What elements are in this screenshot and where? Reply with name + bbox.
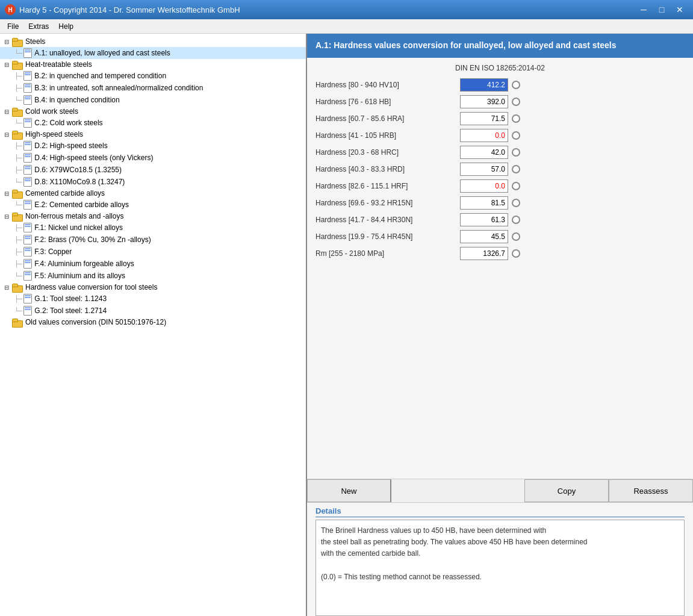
- hardness-radio[interactable]: [512, 165, 520, 173]
- tree-item-d6[interactable]: ├─ D.6: X79WCo18.5 (1.3255): [0, 164, 306, 176]
- reassess-button[interactable]: Reassess: [609, 479, 693, 502]
- doc-icon-f5: [23, 271, 32, 281]
- hardness-input[interactable]: [460, 112, 508, 125]
- hardness-input[interactable]: [460, 179, 508, 193]
- hardness-input[interactable]: [460, 213, 508, 226]
- tree-item-oldvalues[interactable]: Old values conversion (DIN 50150:1976-12…: [0, 317, 306, 328]
- menu-extras[interactable]: Extras: [23, 21, 54, 32]
- hardness-radio[interactable]: [512, 216, 520, 224]
- hardness-radio[interactable]: [512, 182, 520, 190]
- hardness-radio[interactable]: [512, 148, 520, 157]
- hardness-radio[interactable]: [512, 114, 520, 123]
- tree-item-g2[interactable]: └─ G.2: Tool steel: 1.2714: [0, 305, 306, 317]
- hardness-row: Hardness [41.7 - 84.4 HR30N]: [315, 213, 685, 226]
- standard-label: DIN EN ISO 18265:2014-02: [315, 64, 685, 72]
- tree-item-steels[interactable]: ⊟ Steels: [0, 36, 306, 47]
- tree-label-coldwork: Cold work steels: [25, 107, 78, 116]
- doc-icon-d6: [23, 165, 32, 175]
- hardness-radio[interactable]: [512, 199, 520, 207]
- hardness-radio[interactable]: [512, 232, 520, 241]
- tree-label-heattreatable: Heat-treatable steels: [25, 60, 92, 69]
- new-button[interactable]: New: [307, 479, 391, 502]
- doc-icon-g1: [23, 294, 32, 303]
- details-title: Details: [315, 506, 685, 517]
- close-button[interactable]: ✕: [671, 3, 688, 16]
- hardness-input[interactable]: [460, 129, 508, 142]
- tree-item-g1[interactable]: ├─ G.1: Tool steel: 1.1243: [0, 293, 306, 305]
- doc-icon-f3: [23, 247, 32, 257]
- menu-help[interactable]: Help: [54, 21, 78, 32]
- folder-icon-toolsteels: [12, 283, 23, 291]
- tree-item-d8[interactable]: └─ D.8: X110MoCo9.8 (1.3247): [0, 176, 306, 188]
- connector-f3: ├─: [14, 248, 22, 256]
- tree-item-f3[interactable]: ├─ F.3: Copper: [0, 246, 306, 258]
- hardness-label: Hardness [41 - 105 HRB]: [315, 131, 460, 140]
- tree-item-nonferrous[interactable]: ⊟ Non-ferrous metals and -alloys: [0, 211, 306, 222]
- hardness-input[interactable]: [460, 95, 508, 108]
- folder-icon-cemented: [12, 189, 23, 198]
- hardness-input[interactable]: [460, 230, 508, 243]
- tree-item-b2[interactable]: ├─ B.2: in quenched and tempered conditi…: [0, 70, 306, 82]
- tree-item-cemented[interactable]: ⊟ Cemented carbide alloys: [0, 188, 306, 199]
- tree-item-d2[interactable]: ├─ D.2: High-speed steels: [0, 140, 306, 152]
- maximize-button[interactable]: □: [653, 3, 670, 16]
- doc-icon-b3: [23, 83, 32, 93]
- tree-item-highspeed[interactable]: ⊟ High-speed steels: [0, 129, 306, 140]
- hardness-input[interactable]: [460, 163, 508, 176]
- right-panel: A.1: Hardness values conversion for unal…: [307, 34, 693, 616]
- tree-item-toolsteels[interactable]: ⊟ Hardness value conversion for tool ste…: [0, 282, 306, 293]
- tree-item-b4[interactable]: └─ B.4: in quenched condition: [0, 94, 306, 106]
- tree-item-b3[interactable]: ├─ B.3: in untreated, soft annealed/norm…: [0, 82, 306, 94]
- hardness-input[interactable]: [460, 146, 508, 159]
- hardness-label: Hardness [41.7 - 84.4 HR30N]: [315, 216, 460, 224]
- hardness-radio[interactable]: [512, 81, 520, 89]
- tree-label-f1: F.1: Nickel und nickel alloys: [34, 223, 123, 232]
- doc-icon-d2: [23, 141, 32, 151]
- tree-item-f5[interactable]: └─ F.5: Aluminium and its alloys: [0, 270, 306, 282]
- connector-b4: └─: [14, 96, 22, 104]
- hardness-row: Hardness [60.7 - 85.6 HRA]: [315, 112, 685, 125]
- window-title: Hardy 5 - Copyright 2014 - Dr. Sommer We…: [19, 5, 240, 14]
- connector-g2: └─: [14, 307, 22, 315]
- doc-icon-f2: [23, 235, 32, 244]
- minimize-button[interactable]: ─: [635, 3, 652, 16]
- hardness-label: Hardness [69.6 - 93.2 HR15N]: [315, 199, 460, 207]
- connector-d6: ├─: [14, 166, 22, 174]
- tree-item-d4[interactable]: ├─ D.4: High-speed steels (only Vickers): [0, 152, 306, 164]
- tree-label-d6: D.6: X79WCo18.5 (1.3255): [34, 166, 122, 174]
- hardness-input[interactable]: [460, 247, 508, 260]
- folder-icon-coldwork: [12, 107, 23, 116]
- details-text: The Brinell Hardness values up to 450 HB…: [315, 520, 685, 616]
- connector-f1: ├─: [14, 224, 22, 232]
- connector-g1: ├─: [14, 295, 22, 303]
- tree-item-heattreatable[interactable]: ⊟ Heat-treatable steels: [0, 59, 306, 70]
- menu-file[interactable]: File: [2, 21, 23, 32]
- tree-item-e2[interactable]: └─ E.2: Cemented carbide alloys: [0, 199, 306, 211]
- tree-label-f5: F.5: Aluminium and its alloys: [34, 272, 125, 280]
- copy-button[interactable]: Copy: [524, 479, 609, 502]
- doc-icon-d8: [23, 177, 32, 187]
- tree-item-a1[interactable]: └─ A.1: unalloyed, low alloyed and cast …: [0, 47, 306, 59]
- tree-item-c2[interactable]: └─ C.2: Cold work steels: [0, 117, 306, 129]
- tree-label-d2: D.2: High-speed steels: [34, 142, 107, 150]
- hardness-radio[interactable]: [512, 249, 520, 258]
- folder-icon-heattreatable: [12, 60, 23, 69]
- tree-item-coldwork[interactable]: ⊟ Cold work steels: [0, 106, 306, 117]
- tree-label-nonferrous: Non-ferrous metals and -alloys: [25, 212, 123, 220]
- tree-item-f4[interactable]: ├─ F.4: Aluminium forgeable alloys: [0, 258, 306, 270]
- connector-d4: ├─: [14, 154, 22, 162]
- tree-item-f1[interactable]: ├─ F.1: Nickel und nickel alloys: [0, 222, 306, 234]
- expand-icon-toolsteels: ⊟: [2, 283, 11, 291]
- connector-d2: ├─: [14, 142, 22, 150]
- tree-item-f2[interactable]: ├─ F.2: Brass (70% Cu, 30% Zn -alloys): [0, 234, 306, 246]
- tree-label-f3: F.3: Copper: [34, 247, 72, 256]
- expand-icon-steels: ⊟: [2, 37, 11, 46]
- hardness-input[interactable]: [460, 196, 508, 210]
- menu-bar: File Extras Help: [0, 19, 693, 34]
- expand-icon-nonferrous: ⊟: [2, 212, 11, 220]
- hardness-radio[interactable]: [512, 98, 520, 106]
- hardness-input[interactable]: [460, 78, 508, 92]
- expand-icon-cemented: ⊟: [2, 189, 11, 198]
- hardness-radio[interactable]: [512, 131, 520, 140]
- doc-icon-b4: [23, 95, 32, 105]
